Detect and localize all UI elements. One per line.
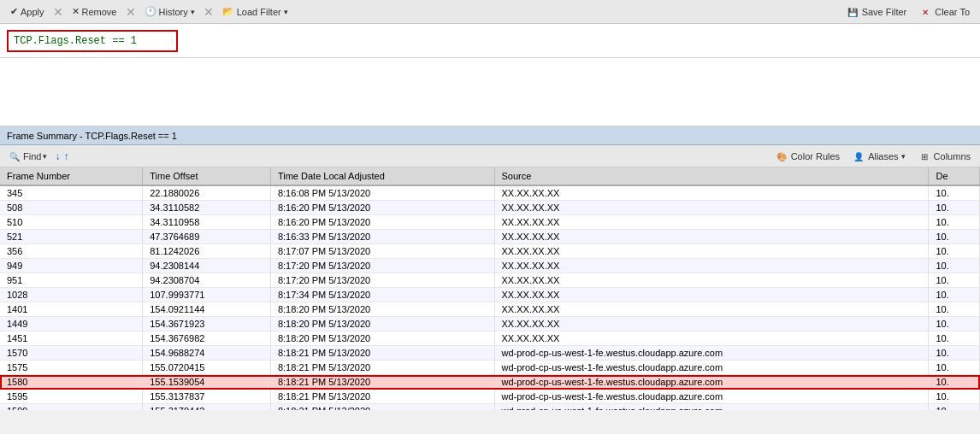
- load-icon: 📂: [222, 6, 234, 17]
- table-row[interactable]: 52147.37646898:16:33 PM 5/13/2020XX.XX.X…: [0, 230, 980, 244]
- find-button[interactable]: Find ▾: [5, 150, 51, 162]
- filter-expression-text: TCP.Flags.Reset == 1: [14, 35, 137, 47]
- table-row[interactable]: 1599155.31704428:18:21 PM 5/13/2020wd-pr…: [0, 404, 980, 411]
- table-body: 34522.18800268:16:08 PM 5/13/2020XX.XX.X…: [0, 185, 980, 410]
- table-row[interactable]: 51034.31109588:16:20 PM 5/13/2020XX.XX.X…: [0, 215, 980, 230]
- cell-3: XX.XX.XX.XX: [494, 317, 929, 331]
- cell-3: XX.XX.XX.XX: [494, 244, 929, 259]
- cell-3: XX.XX.XX.XX: [494, 215, 929, 230]
- find-bar: Find ▾ ↓ ↑ Color Rules Aliases ▾ Columns: [0, 145, 980, 167]
- color-rules-label: Color Rules: [791, 151, 840, 161]
- find-icon: [9, 151, 20, 161]
- table-row[interactable]: 1449154.36719238:18:20 PM 5/13/2020XX.XX…: [0, 317, 980, 331]
- cell-4: 10.: [929, 317, 980, 331]
- cell-1: 94.2308144: [143, 259, 271, 273]
- frame-summary-header: Frame Summary - TCP.Flags.Reset == 1: [0, 126, 980, 145]
- table-row[interactable]: 1451154.36769828:18:20 PM 5/13/2020XX.XX…: [0, 331, 980, 346]
- cell-1: 47.3764689: [143, 230, 271, 244]
- col-time-offset[interactable]: Time Offset: [143, 167, 271, 185]
- cell-4: 10.: [929, 259, 980, 273]
- load-filter-button[interactable]: 📂 Load Filter ▾: [217, 4, 293, 19]
- table-row[interactable]: 95194.23087048:17:20 PM 5/13/2020XX.XX.X…: [0, 273, 980, 288]
- table-row[interactable]: 1580155.15390548:18:21 PM 5/13/2020wd-pr…: [0, 375, 980, 390]
- cell-2: 8:16:08 PM 5/13/2020: [270, 185, 494, 201]
- cell-0: 521: [0, 230, 143, 244]
- table-row[interactable]: 1401154.09211448:18:20 PM 5/13/2020XX.XX…: [0, 302, 980, 317]
- cell-0: 1570: [0, 346, 143, 361]
- aliases-button[interactable]: Aliases ▾: [849, 150, 909, 162]
- cell-4: 10.: [929, 215, 980, 230]
- apply-button[interactable]: ✔ Apply: [5, 4, 50, 19]
- color-rules-button[interactable]: Color Rules: [772, 150, 844, 162]
- table-row[interactable]: 1595155.31378378:18:21 PM 5/13/2020wd-pr…: [0, 390, 980, 404]
- table-row[interactable]: 35681.12420268:17:07 PM 5/13/2020XX.XX.X…: [0, 244, 980, 259]
- cell-3: wd-prod-cp-us-west-1-fe.westus.cloudapp.…: [494, 346, 929, 361]
- cell-2: 8:18:20 PM 5/13/2020: [270, 302, 494, 317]
- cell-1: 34.3110582: [143, 201, 271, 215]
- cell-3: wd-prod-cp-us-west-1-fe.westus.cloudapp.…: [494, 390, 929, 404]
- cell-0: 1401: [0, 302, 143, 317]
- clear-button[interactable]: Clear To: [915, 5, 975, 19]
- remove-label: Remove: [82, 7, 117, 17]
- history-button[interactable]: 🕐 History ▾: [139, 4, 200, 19]
- history-dropdown-arrow: ▾: [191, 8, 195, 16]
- table-row[interactable]: 34522.18800268:16:08 PM 5/13/2020XX.XX.X…: [0, 185, 980, 201]
- cell-4: 10.: [929, 375, 980, 390]
- summary-header-label: Frame Summary - TCP.Flags.Reset == 1: [7, 131, 177, 141]
- color-rules-icon: [776, 151, 787, 161]
- cell-0: 1599: [0, 404, 143, 411]
- apply-label: Apply: [21, 7, 44, 17]
- cell-4: 10.: [929, 346, 980, 361]
- cell-4: 10.: [929, 273, 980, 288]
- cell-2: 8:17:20 PM 5/13/2020: [270, 259, 494, 273]
- cell-4: 10.: [929, 185, 980, 201]
- cell-2: 8:16:33 PM 5/13/2020: [270, 230, 494, 244]
- remove-button[interactable]: ✕ Remove: [67, 4, 122, 19]
- table-row[interactable]: 1570154.96882748:18:21 PM 5/13/2020wd-pr…: [0, 346, 980, 361]
- cell-3: wd-prod-cp-us-west-1-fe.westus.cloudapp.…: [494, 404, 929, 411]
- find-next-icon[interactable]: ↓: [55, 150, 60, 162]
- empty-workspace: [0, 58, 980, 126]
- cell-4: 10.: [929, 361, 980, 375]
- table-row[interactable]: 1575155.07204158:18:21 PM 5/13/2020wd-pr…: [0, 361, 980, 375]
- cell-3: XX.XX.XX.XX: [494, 230, 929, 244]
- cell-0: 1451: [0, 331, 143, 346]
- find-dropdown-arrow: ▾: [43, 152, 47, 161]
- filter-input[interactable]: TCP.Flags.Reset == 1: [7, 30, 178, 52]
- cell-3: XX.XX.XX.XX: [494, 331, 929, 346]
- cell-2: 8:18:21 PM 5/13/2020: [270, 390, 494, 404]
- col-datetime[interactable]: Time Date Local Adjusted: [270, 167, 494, 185]
- apply-icon: ✔: [10, 6, 18, 17]
- frame-table: Frame Number Time Offset Time Date Local…: [0, 167, 980, 410]
- cell-4: 10.: [929, 288, 980, 302]
- table-row[interactable]: 1028107.99937718:17:34 PM 5/13/2020XX.XX…: [0, 288, 980, 302]
- cell-2: 8:18:21 PM 5/13/2020: [270, 404, 494, 411]
- cell-1: 155.3137837: [143, 390, 271, 404]
- cell-4: 10.: [929, 331, 980, 346]
- cell-1: 107.9993771: [143, 288, 271, 302]
- cell-1: 155.3170442: [143, 404, 271, 411]
- cell-4: 10.: [929, 390, 980, 404]
- save-filter-button[interactable]: Save Filter: [842, 5, 912, 19]
- cell-3: XX.XX.XX.XX: [494, 288, 929, 302]
- col-dest[interactable]: De: [929, 167, 980, 185]
- col-frame-number[interactable]: Frame Number: [0, 167, 143, 185]
- cell-3: wd-prod-cp-us-west-1-fe.westus.cloudapp.…: [494, 361, 929, 375]
- table-row[interactable]: 50834.31105828:16:20 PM 5/13/2020XX.XX.X…: [0, 201, 980, 215]
- cell-4: 10.: [929, 201, 980, 215]
- cell-0: 1580: [0, 375, 143, 390]
- table-header-row: Frame Number Time Offset Time Date Local…: [0, 167, 980, 185]
- cell-3: XX.XX.XX.XX: [494, 302, 929, 317]
- col-source[interactable]: Source: [494, 167, 929, 185]
- separator-1: ✕: [53, 5, 63, 19]
- cell-2: 8:17:20 PM 5/13/2020: [270, 273, 494, 288]
- columns-button[interactable]: Columns: [915, 150, 975, 162]
- cell-0: 1575: [0, 361, 143, 375]
- cell-0: 1595: [0, 390, 143, 404]
- cell-0: 1028: [0, 288, 143, 302]
- separator-2: ✕: [126, 5, 136, 19]
- load-filter-dropdown-arrow: ▾: [284, 8, 288, 16]
- find-prev-icon[interactable]: ↑: [63, 150, 68, 162]
- table-row[interactable]: 94994.23081448:17:20 PM 5/13/2020XX.XX.X…: [0, 259, 980, 273]
- cell-4: 10.: [929, 404, 980, 411]
